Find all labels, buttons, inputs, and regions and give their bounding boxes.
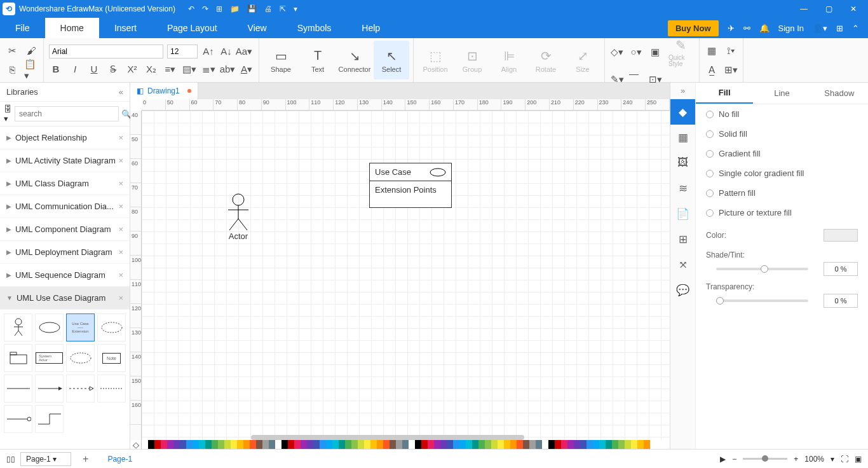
shade-slider[interactable] xyxy=(716,268,808,270)
transparency-slider[interactable] xyxy=(716,299,808,302)
tab-fill[interactable]: Fill xyxy=(696,83,753,104)
color-swatch-item[interactable] xyxy=(186,440,193,449)
font-size-select[interactable] xyxy=(167,45,198,59)
color-swatch-item[interactable] xyxy=(504,440,510,449)
save-icon[interactable]: 💾 xyxy=(247,4,257,13)
color-swatch-item[interactable] xyxy=(345,440,351,449)
color-swatch-item[interactable] xyxy=(383,440,390,449)
cut-icon[interactable]: ✂ xyxy=(5,44,19,58)
color-swatch-item[interactable] xyxy=(390,440,396,449)
grid-panel-icon[interactable]: ▦ xyxy=(670,125,695,150)
select-tool[interactable]: ↖Select xyxy=(374,41,409,79)
shape-collab-points[interactable] xyxy=(97,313,126,341)
color-swatch-item[interactable] xyxy=(536,440,542,449)
color-swatch-item[interactable] xyxy=(358,440,364,449)
close-library-icon[interactable]: × xyxy=(118,293,123,303)
color-swatch-item[interactable] xyxy=(218,440,224,449)
library-item[interactable]: ▶UML Component Diagram× xyxy=(0,218,130,241)
color-swatch-item[interactable] xyxy=(447,440,453,449)
italic-icon[interactable]: I xyxy=(68,62,82,76)
color-swatch-item[interactable] xyxy=(466,440,472,449)
close-library-icon[interactable]: × xyxy=(118,202,123,211)
zoom-slider[interactable] xyxy=(743,458,787,460)
color-swatch-item[interactable] xyxy=(281,440,288,449)
fill-option[interactable]: Pattern fill xyxy=(696,183,868,203)
export-icon[interactable]: ⇱ xyxy=(280,4,286,13)
rotate-button[interactable]: ⟳Rotate xyxy=(528,41,564,79)
line-color-icon[interactable]: ○▾ xyxy=(629,45,643,59)
copy-icon[interactable]: ⎘ xyxy=(5,63,19,77)
paste-icon[interactable]: 📋▾ xyxy=(24,63,38,77)
shape-collaboration[interactable] xyxy=(66,344,95,372)
shape-package[interactable] xyxy=(4,344,32,372)
color-swatch-item[interactable] xyxy=(644,440,650,449)
shape-actor[interactable] xyxy=(4,313,32,341)
collapse-ribbon-icon[interactable]: ⌃ xyxy=(852,24,859,33)
color-swatch-item[interactable] xyxy=(555,440,561,449)
library-item[interactable]: ▶UML Deployment Diagram× xyxy=(0,241,130,264)
fill-panel-icon[interactable]: ◆ xyxy=(670,99,695,125)
color-swatch-item[interactable] xyxy=(262,440,269,449)
group-button[interactable]: ⊡Group xyxy=(454,41,490,79)
tab-page-layout[interactable]: Page Layout xyxy=(152,18,233,38)
color-swatch-item[interactable] xyxy=(580,440,587,449)
color-swatch-item[interactable] xyxy=(402,440,409,449)
tab-home[interactable]: Home xyxy=(45,18,99,38)
color-swatch-item[interactable] xyxy=(370,440,377,449)
library-search-input[interactable] xyxy=(15,106,119,121)
shrink-font-icon[interactable]: A↓ xyxy=(219,45,233,59)
shape-line4[interactable] xyxy=(97,375,126,403)
color-swatch-item[interactable] xyxy=(409,440,415,449)
align-button[interactable]: ⊫Align xyxy=(491,41,527,79)
color-swatch-item[interactable] xyxy=(256,440,262,449)
color-swatch-item[interactable] xyxy=(587,440,593,449)
presentation-icon[interactable]: ▶ xyxy=(720,455,726,464)
color-swatch-item[interactable] xyxy=(320,440,326,449)
color-palette-bar[interactable]: ◇ xyxy=(130,440,670,449)
shape-line5[interactable] xyxy=(4,405,32,433)
shape-line3[interactable] xyxy=(66,375,95,403)
transparency-value[interactable]: 0 % xyxy=(824,294,858,308)
library-item[interactable]: ▶UML Activity State Diagram× xyxy=(0,149,130,172)
color-swatch-item[interactable] xyxy=(275,440,281,449)
shape-note[interactable]: Note xyxy=(97,344,126,372)
color-swatch-item[interactable] xyxy=(339,440,345,449)
shape-use-case[interactable] xyxy=(35,313,64,341)
font-color-icon[interactable]: A▾ xyxy=(240,62,254,76)
apps-icon[interactable]: ⊞ xyxy=(836,24,843,33)
close-library-icon[interactable]: × xyxy=(118,247,123,257)
grow-font-icon[interactable]: A↑ xyxy=(201,45,215,59)
library-item[interactable]: ▶Object Relationship× xyxy=(0,127,130,149)
tab-file[interactable]: File xyxy=(0,18,45,38)
align-text-icon[interactable]: ▤▾ xyxy=(182,62,196,76)
shadow-icon[interactable]: ▣ xyxy=(648,45,662,59)
bold-icon[interactable]: B xyxy=(49,62,63,76)
color-swatch-item[interactable] xyxy=(421,440,428,449)
color-swatch-item[interactable] xyxy=(199,440,205,449)
notification-icon[interactable]: 🔔 xyxy=(759,24,770,33)
color-swatch[interactable] xyxy=(824,229,858,242)
color-swatch-item[interactable] xyxy=(625,440,631,449)
tab-shadow[interactable]: Shadow xyxy=(811,83,868,104)
color-swatch-item[interactable] xyxy=(472,440,478,449)
tab-line[interactable]: Line xyxy=(753,83,810,104)
color-swatch-item[interactable] xyxy=(231,440,237,449)
share-icon[interactable]: ⚯ xyxy=(743,24,750,33)
collapse-libraries-icon[interactable]: « xyxy=(119,87,123,97)
color-swatch-item[interactable] xyxy=(161,440,167,449)
color-swatch-item[interactable] xyxy=(212,440,218,449)
color-swatch-item[interactable] xyxy=(396,440,402,449)
maximize-button[interactable]: ▢ xyxy=(822,4,836,13)
color-swatch-item[interactable] xyxy=(440,440,447,449)
color-swatch-item[interactable] xyxy=(301,440,307,449)
color-swatch-item[interactable] xyxy=(269,440,275,449)
fullscreen-icon[interactable]: ▣ xyxy=(855,455,862,464)
crop-icon[interactable]: ⟟▾ xyxy=(724,44,738,58)
color-swatch-item[interactable] xyxy=(326,440,332,449)
bullets-icon[interactable]: ≣▾ xyxy=(201,62,215,76)
tab-symbols[interactable]: Symbols xyxy=(282,18,347,38)
color-swatch-item[interactable] xyxy=(631,440,637,449)
open-icon[interactable]: 📁 xyxy=(230,4,240,13)
component-panel-icon[interactable]: ⊞ xyxy=(670,226,695,252)
color-swatch-item[interactable] xyxy=(288,440,294,449)
